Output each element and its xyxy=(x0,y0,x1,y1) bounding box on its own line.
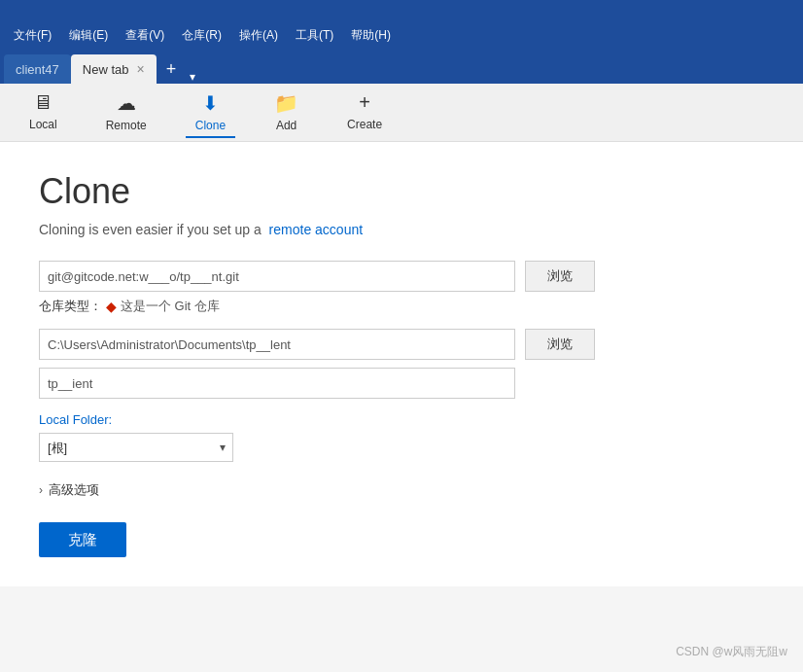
title-bar xyxy=(0,0,803,21)
main-content: Clone Cloning is even easier if you set … xyxy=(0,142,803,586)
toolbar-create-label: Create xyxy=(347,118,382,131)
path-input[interactable] xyxy=(39,329,515,360)
browse-path-button[interactable]: 浏览 xyxy=(525,329,595,360)
toolbar-remote[interactable]: ☁ Remote xyxy=(96,88,157,138)
toolbar-add[interactable]: 📁 Add xyxy=(264,88,308,138)
close-icon[interactable]: × xyxy=(137,61,145,77)
repo-type-label: 仓库类型： xyxy=(39,298,102,315)
folder-select[interactable]: [根] xyxy=(39,433,233,462)
menu-repo[interactable]: 仓库(R) xyxy=(174,25,229,46)
subtitle-text: Cloning is even easier if you set up a xyxy=(39,222,262,237)
add-icon: 📁 xyxy=(274,91,298,115)
name-input[interactable] xyxy=(39,368,515,399)
folder-select-container: [根] ▾ xyxy=(39,433,233,462)
tab-client47[interactable]: client47 xyxy=(4,54,71,84)
path-row: 浏览 xyxy=(39,329,764,360)
tab-dropdown-icon[interactable]: ▾ xyxy=(186,70,199,84)
toolbar-remote-label: Remote xyxy=(106,119,147,132)
local-folder-label: Local Folder: xyxy=(39,412,764,427)
repo-type-text: 这是一个 Git 仓库 xyxy=(121,298,220,315)
clone-icon: ⬇ xyxy=(202,91,219,115)
menu-bar: 文件(F) 编辑(E) 查看(V) 仓库(R) 操作(A) 工具(T) 帮助(H… xyxy=(0,21,803,49)
tab-newtab[interactable]: New tab × xyxy=(71,54,157,84)
advanced-options-label: 高级选项 xyxy=(49,481,99,499)
remote-icon: ☁ xyxy=(117,91,136,115)
toolbar-add-label: Add xyxy=(276,119,297,132)
toolbar-local-label: Local xyxy=(29,118,57,131)
subtitle: Cloning is even easier if you set up a r… xyxy=(39,222,764,237)
tab-bar: client47 New tab × + ▾ xyxy=(0,49,803,84)
menu-view[interactable]: 查看(V) xyxy=(118,25,172,46)
menu-edit[interactable]: 编辑(E) xyxy=(61,25,116,46)
menu-tools[interactable]: 工具(T) xyxy=(288,25,341,46)
toolbar-create[interactable]: + Create xyxy=(337,88,392,137)
repo-type-icon: ◆ xyxy=(106,299,117,314)
toolbar: 🖥 Local ☁ Remote ⬇ Clone 📁 Add + Create xyxy=(0,84,803,142)
local-icon: 🖥 xyxy=(33,91,52,114)
new-tab-button[interactable]: + xyxy=(157,54,187,84)
menu-file[interactable]: 文件(F) xyxy=(6,25,59,46)
advanced-options-toggle[interactable]: › 高级选项 xyxy=(39,481,764,499)
remote-account-link[interactable]: remote account xyxy=(269,222,364,237)
name-row xyxy=(39,368,764,399)
create-icon: + xyxy=(359,91,370,114)
menu-action[interactable]: 操作(A) xyxy=(231,25,286,46)
chevron-right-icon: › xyxy=(39,483,43,497)
clone-button[interactable]: 克隆 xyxy=(39,522,126,557)
toolbar-local[interactable]: 🖥 Local xyxy=(19,88,67,137)
tab-client47-label: client47 xyxy=(16,62,59,77)
tab-newtab-label: New tab xyxy=(83,62,129,77)
url-input[interactable] xyxy=(39,261,515,292)
toolbar-clone[interactable]: ⬇ Clone xyxy=(186,88,235,138)
browse-url-button[interactable]: 浏览 xyxy=(525,261,595,292)
url-row: 浏览 xyxy=(39,261,764,292)
menu-help[interactable]: 帮助(H) xyxy=(343,25,399,46)
watermark: CSDN @w风雨无阻w xyxy=(676,644,787,660)
repo-type-row: 仓库类型： ◆ 这是一个 Git 仓库 xyxy=(39,298,764,315)
toolbar-clone-label: Clone xyxy=(195,119,226,132)
page-title: Clone xyxy=(39,171,764,212)
